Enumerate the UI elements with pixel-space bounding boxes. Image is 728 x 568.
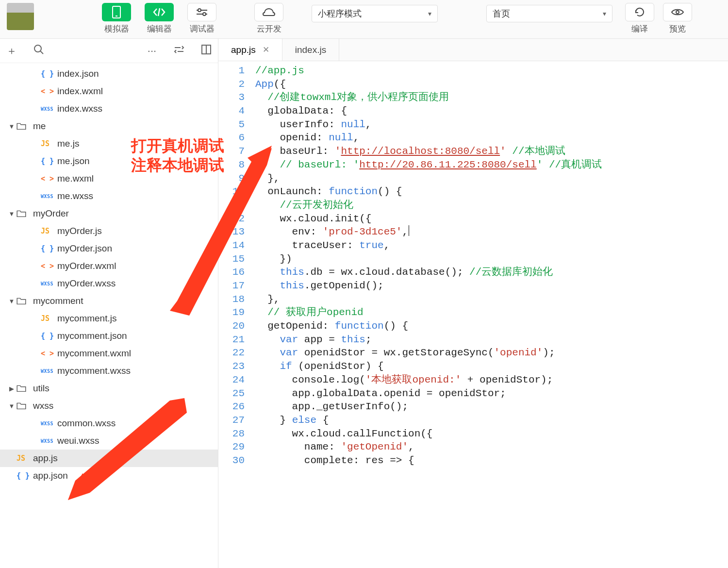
- editor-tab[interactable]: index.js: [282, 39, 339, 61]
- file-name: myOrder.js: [57, 226, 102, 236]
- code-line[interactable]: baseUrl: 'http://localhost:8080/sell' //…: [255, 145, 728, 158]
- code-line[interactable]: //创建towxml对象，供小程序页面使用: [255, 91, 728, 104]
- code-line[interactable]: app._getUserInfo();: [255, 400, 728, 414]
- chevron-down-icon: ▾: [428, 10, 431, 17]
- collapse-icon[interactable]: [172, 45, 186, 57]
- code-source[interactable]: //app.jsApp({ //创建towxml对象，供小程序页面使用 glob…: [252, 61, 728, 568]
- file-row[interactable]: { }index.json: [0, 65, 218, 83]
- mode-dropdown[interactable]: 小程序模式 ▾: [312, 5, 438, 22]
- file-name: myOrder.wxss: [57, 278, 116, 289]
- code-area[interactable]: 1234567891011121314151617181920212223242…: [218, 61, 728, 568]
- file-row[interactable]: WXSSme.wxss: [0, 187, 218, 205]
- compile-button[interactable]: 编译: [625, 3, 654, 34]
- search-icon[interactable]: [32, 44, 46, 58]
- code-line[interactable]: getOpenid: function() {: [255, 319, 728, 333]
- code-line[interactable]: globalData: {: [255, 104, 728, 118]
- phone-icon: [102, 3, 131, 21]
- code-line[interactable]: //app.js: [255, 64, 728, 78]
- file-row[interactable]: < >myOrder.wxml: [0, 257, 218, 275]
- code-line[interactable]: complete: res => {: [255, 454, 728, 468]
- project-thumb[interactable]: [7, 3, 34, 30]
- file-row[interactable]: < >index.wxml: [0, 83, 218, 100]
- code-line[interactable]: var app = this;: [255, 333, 728, 347]
- file-row[interactable]: JSapp.js: [0, 450, 218, 467]
- json-file-icon: { }: [41, 244, 57, 253]
- split-editor-icon[interactable]: [199, 45, 213, 57]
- file-row[interactable]: JSme.js: [0, 135, 218, 152]
- file-row[interactable]: WXSSmycomment.wxss: [0, 362, 218, 380]
- file-name: me.wxml: [57, 173, 94, 184]
- code-line[interactable]: openid: null,: [255, 131, 728, 145]
- code-line[interactable]: var openidStor = wx.getStorageSync('open…: [255, 346, 728, 360]
- code-line[interactable]: } else {: [255, 414, 728, 427]
- cloud-dev-button[interactable]: 云开发: [254, 3, 283, 34]
- code-line[interactable]: this.getOpenid();: [255, 279, 728, 293]
- simulator-button[interactable]: 模拟器: [102, 3, 131, 34]
- file-row[interactable]: { }mycomment.json: [0, 327, 218, 345]
- js-file-icon: JS: [41, 314, 57, 323]
- file-name: index.wxss: [57, 103, 102, 114]
- editor-tab[interactable]: app.js✕: [218, 39, 282, 61]
- code-line[interactable]: if (openidStor) {: [255, 360, 728, 373]
- file-row[interactable]: { }me.json: [0, 152, 218, 170]
- code-line[interactable]: },: [255, 172, 728, 185]
- file-row[interactable]: WXSSmyOrder.wxss: [0, 275, 218, 292]
- folder-icon: [17, 210, 33, 217]
- code-line[interactable]: name: 'getOpenid',: [255, 440, 728, 454]
- page-dropdown[interactable]: 首页 ▾: [486, 5, 612, 22]
- file-row[interactable]: WXSScommon.wxss: [0, 415, 218, 432]
- wxss-file-icon: WXSS: [41, 421, 57, 426]
- code-line[interactable]: traceUser: true,: [255, 239, 728, 252]
- code-line[interactable]: this.db = wx.cloud.database(); //云数据库初始化: [255, 266, 728, 279]
- code-line[interactable]: // 获取用户openid: [255, 306, 728, 319]
- code-line[interactable]: userInfo: null,: [255, 118, 728, 132]
- file-name: app.js: [33, 453, 58, 464]
- folder-row[interactable]: ▼me: [0, 117, 218, 135]
- file-name: me.json: [57, 156, 90, 167]
- file-name: myOrder.json: [57, 243, 112, 254]
- file-name: mycomment.json: [57, 331, 127, 341]
- add-file-icon[interactable]: ＋: [5, 44, 18, 58]
- wxss-file-icon: WXSS: [41, 194, 57, 199]
- code-line[interactable]: //云开发初始化: [255, 199, 728, 212]
- file-row[interactable]: < >mycomment.wxml: [0, 345, 218, 362]
- file-row[interactable]: JSmyOrder.js: [0, 222, 218, 240]
- file-name: me.wxss: [57, 191, 93, 201]
- wxml-file-icon: < >: [41, 349, 57, 358]
- code-line[interactable]: env: 'prod-3d1ce5',: [255, 225, 728, 239]
- file-row[interactable]: JSmycomment.js: [0, 310, 218, 327]
- folder-row[interactable]: ▶utils: [0, 380, 218, 397]
- code-line[interactable]: // baseUrl: 'http://20.86.11.225:8080/se…: [255, 158, 728, 172]
- folder-row[interactable]: ▼myOrder: [0, 205, 218, 222]
- file-row[interactable]: { }myOrder.json: [0, 240, 218, 257]
- code-line[interactable]: console.log('本地获取openid:' + openidStor);: [255, 373, 728, 387]
- more-icon[interactable]: ···: [145, 45, 159, 57]
- code-line[interactable]: app.globalData.openid = openidStor;: [255, 387, 728, 401]
- file-name: index.wxml: [57, 86, 103, 97]
- json-file-icon: { }: [41, 332, 57, 340]
- code-line[interactable]: wx.cloud.callFunction({: [255, 427, 728, 441]
- file-row[interactable]: WXSSindex.wxss: [0, 100, 218, 117]
- code-line[interactable]: onLaunch: function() {: [255, 185, 728, 199]
- code-line[interactable]: wx.cloud.init({: [255, 212, 728, 226]
- debugger-button[interactable]: 调试器: [187, 3, 216, 34]
- file-name: wxss: [33, 401, 53, 411]
- file-name: myOrder.wxml: [57, 261, 116, 271]
- code-line[interactable]: }): [255, 252, 728, 266]
- code-line[interactable]: },: [255, 293, 728, 306]
- file-row[interactable]: < >me.wxml: [0, 170, 218, 187]
- mode-dropdown-value: 小程序模式: [318, 8, 362, 19]
- preview-button[interactable]: 预览: [663, 3, 692, 34]
- folder-row[interactable]: ▼mycomment: [0, 292, 218, 310]
- folder-row[interactable]: ▼wxss: [0, 397, 218, 415]
- file-tree[interactable]: { }index.json< >index.wxmlWXSSindex.wxss…: [0, 63, 218, 568]
- file-row[interactable]: WXSSweui.wxss: [0, 432, 218, 450]
- json-file-icon: { }: [41, 157, 57, 166]
- file-name: app.json: [33, 470, 68, 481]
- compile-label: 编译: [631, 23, 648, 34]
- file-row[interactable]: { }app.json: [0, 467, 218, 484]
- code-line[interactable]: App({: [255, 78, 728, 91]
- wxss-file-icon: WXSS: [41, 368, 57, 374]
- close-icon[interactable]: ✕: [263, 45, 269, 55]
- editor-button[interactable]: 编辑器: [145, 3, 174, 34]
